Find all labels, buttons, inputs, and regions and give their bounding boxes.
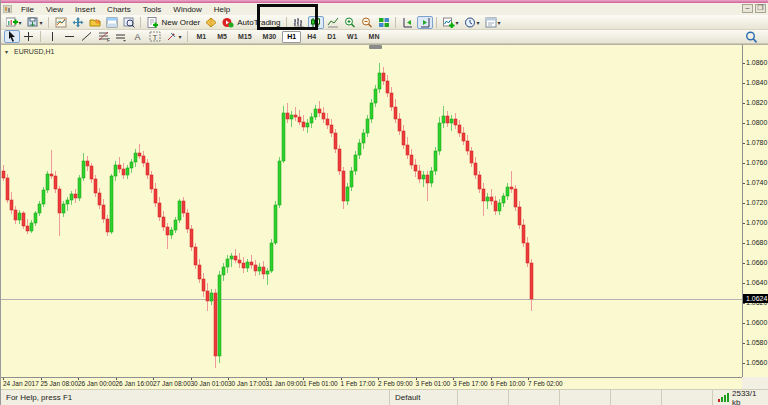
strategy-tester-button[interactable] (121, 16, 137, 29)
timeframe-m30[interactable]: M30 (258, 31, 282, 43)
time-tick-label: 31 Jan 09:00 (266, 380, 304, 387)
navigator-button[interactable] (87, 16, 103, 29)
horizontal-line-icon (64, 31, 75, 42)
zoom-out-button[interactable] (359, 16, 375, 29)
toolbar-separator (436, 17, 437, 28)
autotrading-button[interactable]: AutoTrading (220, 16, 282, 29)
price-axis[interactable]: 1.0624 1.08601.08401.08201.08001.07801.0… (742, 44, 768, 377)
menu-charts[interactable]: Charts (101, 4, 137, 15)
menu-file[interactable]: File (15, 4, 40, 15)
price-tick-label: 1.0560 (746, 359, 767, 366)
market-watch-button[interactable] (53, 16, 69, 29)
time-tick-label: 1 Feb 17:00 (341, 380, 376, 387)
horizontal-line-button[interactable] (62, 30, 78, 43)
channel-button[interactable] (113, 30, 129, 43)
candlestick-chart[interactable] (1, 45, 742, 378)
text-button[interactable]: A (130, 30, 146, 43)
timeframe-h1[interactable]: H1 (282, 31, 301, 43)
crosshair-icon (23, 31, 34, 42)
line-chart-icon (327, 17, 339, 28)
status-bar: For Help, press F1 Default 2533/1 kb (1, 389, 768, 405)
svg-text:F: F (107, 37, 110, 42)
status-cell-empty (559, 390, 610, 405)
toolbar-separator (140, 17, 141, 28)
vertical-line-button[interactable] (45, 30, 61, 43)
profiles-button[interactable]: ▾ (25, 16, 45, 29)
bar-chart-button[interactable] (291, 16, 307, 29)
line-chart-button[interactable] (325, 16, 341, 29)
time-tick-label: 26 Jan 00:00 (78, 380, 116, 387)
status-help-text: For Help, press F1 (1, 390, 389, 405)
menu-window[interactable]: Window (167, 4, 207, 15)
timeframe-mn[interactable]: MN (364, 31, 385, 43)
arrow-objects-button[interactable]: ▾ (164, 30, 184, 43)
toolbar-separator (187, 31, 188, 42)
chevron-down-icon: ▾ (179, 33, 182, 40)
minimize-button[interactable]: – (742, 4, 753, 13)
magnifier-minus-icon (361, 17, 373, 28)
timeframe-h4[interactable]: H4 (302, 31, 321, 43)
chart-shift-button[interactable] (417, 16, 433, 29)
status-profile[interactable]: Default (389, 390, 457, 405)
line-studies-toolbar: F A T ▾ M1M5M15M30H1H4D1W1MN (1, 30, 768, 44)
timeframe-d1[interactable]: D1 (322, 31, 341, 43)
terminal-button[interactable] (104, 16, 120, 29)
ohlc-bars-icon (293, 17, 305, 28)
timeframe-w1[interactable]: W1 (342, 31, 363, 43)
status-cell-empty (610, 390, 661, 405)
indicators-button[interactable]: ▾ (441, 16, 461, 29)
connection-bars-icon (718, 393, 729, 402)
market-watch-icon (55, 17, 67, 28)
candle-chart-button[interactable] (308, 16, 324, 29)
equidistant-channel-icon (115, 31, 127, 42)
periods-button[interactable]: ▾ (462, 16, 482, 29)
status-cell-empty (508, 390, 559, 405)
timeframe-m5[interactable]: M5 (212, 31, 232, 43)
new-order-button[interactable]: New Order (145, 16, 203, 29)
trendline-button[interactable] (79, 30, 95, 43)
time-tick-label: 30 Jan 17:00 (228, 380, 266, 387)
time-axis[interactable]: 24 Jan 201725 Jan 08:0026 Jan 00:0026 Ja… (1, 377, 742, 389)
chart-plot-area[interactable]: ▾ EURUSD,H1 (1, 44, 742, 377)
time-tick-label: 1 Feb 01:00 (303, 380, 338, 387)
chevron-down-icon: ▾ (19, 19, 22, 26)
fibonacci-button[interactable]: F (96, 30, 112, 43)
menu-insert[interactable]: Insert (69, 4, 101, 15)
templates-button[interactable]: ▾ (483, 16, 503, 29)
cursor-button[interactable] (4, 30, 20, 43)
status-cell-empty (457, 390, 508, 405)
time-tick-label: 27 Jan 08:00 (153, 380, 191, 387)
metaeditor-icon (205, 17, 217, 28)
app-logo-icon (3, 5, 12, 13)
status-cell-empty (661, 390, 712, 405)
menu-help[interactable]: Help (208, 4, 236, 15)
new-chart-button[interactable]: ▾ (4, 16, 24, 29)
text-label-button[interactable]: T (147, 30, 163, 43)
search-icon[interactable] (745, 31, 758, 44)
tile-windows-icon (378, 17, 390, 28)
menu-view[interactable]: View (40, 4, 69, 15)
tile-windows-button[interactable] (376, 16, 392, 29)
menu-tools[interactable]: Tools (137, 4, 168, 15)
chevron-down-icon: ▾ (498, 19, 501, 26)
zoom-in-button[interactable] (342, 16, 358, 29)
auto-scroll-icon (402, 17, 414, 28)
status-connection[interactable]: 2533/1 kb (712, 390, 768, 405)
text-label-icon: T (149, 31, 161, 42)
timeframe-m15[interactable]: M15 (233, 31, 257, 43)
toolbar-separator (395, 17, 396, 28)
chart-scrollbar-thumb[interactable] (369, 45, 382, 49)
metaeditor-button[interactable] (203, 16, 219, 29)
auto-scroll-button[interactable] (400, 16, 416, 29)
time-tick-label: 26 Jan 16:00 (116, 380, 154, 387)
crosshair-button[interactable] (21, 30, 37, 43)
data-window-button[interactable] (70, 16, 86, 29)
navigator-icon (89, 17, 101, 28)
restore-button[interactable]: ❐ (755, 4, 766, 13)
price-tick-label: 1.0840 (746, 79, 767, 86)
timeframe-m1[interactable]: M1 (192, 31, 212, 43)
chevron-down-icon: ▾ (477, 19, 480, 26)
timeframe-bar: M1M5M15M30H1H4D1W1MN (191, 31, 385, 43)
toolbar-separator (286, 17, 287, 28)
price-tick-label: 1.0860 (746, 59, 767, 66)
